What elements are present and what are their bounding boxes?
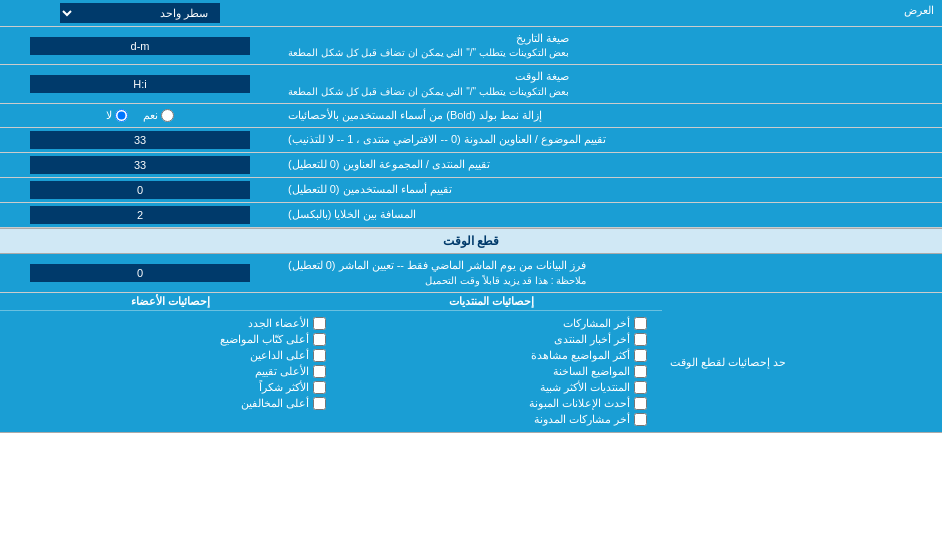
cb-col2-2-input[interactable] [313, 349, 326, 362]
cb-col1-4-input[interactable] [634, 381, 647, 394]
sort-topics-label: تقييم الموضوع / العناوين المدونة (0 -- ا… [280, 128, 942, 152]
cb-col1-3-input[interactable] [634, 365, 647, 378]
bold-remove-label: إزالة نمط بولد (Bold) من أسماء المستخدمي… [280, 104, 942, 127]
bold-remove-radio-cell[interactable]: نعم لا [0, 104, 280, 127]
cb-col1-1-input[interactable] [634, 333, 647, 346]
cutoff-days-row: فرز البيانات من يوم الماشر الماضي فقط --… [0, 254, 942, 292]
sort-users-input[interactable] [30, 181, 250, 199]
header-label: العرض [280, 0, 942, 26]
cb-col2-1[interactable]: أعلى كتّاب المواضيع [15, 333, 326, 346]
cb-col2-5[interactable]: أعلى المخالفين [15, 397, 326, 410]
cutoff-section-header: قطع الوقت [0, 228, 942, 254]
sort-topics-input-cell[interactable] [0, 128, 280, 152]
time-format-input-cell[interactable] [0, 65, 280, 102]
cb-col2-3[interactable]: الأعلى تقييم [15, 365, 326, 378]
cb-col1-0-input[interactable] [634, 317, 647, 330]
sort-users-input-cell[interactable] [0, 178, 280, 202]
cutoff-days-input-cell[interactable] [0, 254, 280, 291]
sort-forum-input[interactable] [30, 156, 250, 174]
time-format-input[interactable] [30, 75, 250, 93]
bold-remove-row: إزالة نمط بولد (Bold) من أسماء المستخدمي… [0, 104, 942, 128]
sort-users-label: تقييم أسماء المستخدمين (0 للتعطيل) [280, 178, 942, 202]
cell-spacing-input[interactable] [30, 206, 250, 224]
date-format-input-cell[interactable] [0, 27, 280, 64]
bold-yes-radio[interactable] [161, 109, 174, 122]
cb-col1-3[interactable]: المواضيع الساخنة [336, 365, 647, 378]
view-select[interactable]: سطر واحدسطرينثلاثة أسطر [60, 3, 220, 23]
col1-header: إحصائيات المنتديات [331, 295, 652, 308]
cutoff-days-input[interactable] [30, 264, 250, 282]
sort-forum-row: تقييم المنتدى / المجموعة العناوين (0 للت… [0, 153, 942, 178]
cb-col2-5-input[interactable] [313, 397, 326, 410]
bold-no-radio[interactable] [115, 109, 128, 122]
bold-no-label[interactable]: لا [106, 109, 128, 122]
sort-topics-row: تقييم الموضوع / العناوين المدونة (0 -- ا… [0, 128, 942, 153]
cb-col1-5-input[interactable] [634, 397, 647, 410]
col2-header: إحصائيات الأعضاء [10, 295, 331, 308]
cb-col1-2[interactable]: أكثر المواضيع مشاهدة [336, 349, 647, 362]
time-format-row: صيغة الوقت بعض التكوينات يتطلب "/" التي … [0, 65, 942, 103]
stats-limit-label: حد إحصائيات لقطع الوقت [662, 293, 942, 432]
time-format-label: صيغة الوقت بعض التكوينات يتطلب "/" التي … [280, 65, 942, 102]
cell-spacing-input-cell[interactable] [0, 203, 280, 227]
sort-forum-input-cell[interactable] [0, 153, 280, 177]
checkbox-col2: الأعضاء الجدد أعلى كتّاب المواضيع أعلى ا… [10, 315, 331, 428]
cb-col2-2[interactable]: أعلى الداعين [15, 349, 326, 362]
date-format-label: صيغة التاريخ بعض التكوينات يتطلب "/" الت… [280, 27, 942, 64]
cb-col2-4[interactable]: الأكثر شكراً [15, 381, 326, 394]
cb-col1-4[interactable]: المنتديات الأكثر شبية [336, 381, 647, 394]
cutoff-days-label: فرز البيانات من يوم الماشر الماضي فقط --… [280, 254, 942, 291]
cb-col1-6[interactable]: أخر مشاركات المدونة [336, 413, 647, 426]
cb-col1-0[interactable]: أخر المشاركات [336, 317, 647, 330]
sort-topics-input[interactable] [30, 131, 250, 149]
cb-col1-1[interactable]: أخر أخبار المنتدى [336, 333, 647, 346]
view-select-cell[interactable]: سطر واحدسطرينثلاثة أسطر [0, 0, 280, 26]
bold-yes-label[interactable]: نعم [143, 109, 174, 122]
cb-col2-3-input[interactable] [313, 365, 326, 378]
cb-col1-6-input[interactable] [634, 413, 647, 426]
date-format-input[interactable] [30, 37, 250, 55]
header-row: العرض سطر واحدسطرينثلاثة أسطر [0, 0, 942, 27]
cb-col1-5[interactable]: أحدث الإعلانات المبونة [336, 397, 647, 410]
cb-col2-4-input[interactable] [313, 381, 326, 394]
date-format-row: صيغة التاريخ بعض التكوينات يتطلب "/" الت… [0, 27, 942, 65]
cb-col2-0[interactable]: الأعضاء الجدد [15, 317, 326, 330]
sort-users-row: تقييم أسماء المستخدمين (0 للتعطيل) [0, 178, 942, 203]
cell-spacing-label: المسافة بين الخلايا (بالبكسل) [280, 203, 942, 227]
cb-col2-0-input[interactable] [313, 317, 326, 330]
cb-col1-2-input[interactable] [634, 349, 647, 362]
cb-col2-1-input[interactable] [313, 333, 326, 346]
cell-spacing-row: المسافة بين الخلايا (بالبكسل) [0, 203, 942, 228]
checkbox-col1: أخر المشاركات أخر أخبار المنتدى أكثر الم… [331, 315, 652, 428]
sort-forum-label: تقييم المنتدى / المجموعة العناوين (0 للت… [280, 153, 942, 177]
